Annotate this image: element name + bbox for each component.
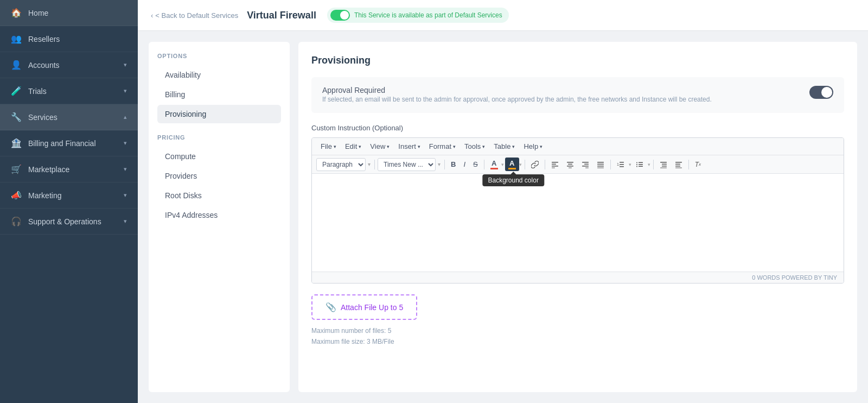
sidebar-item-services[interactable]: 🔧 Services ▴ [0,104,138,130]
menu-view[interactable]: View ▾ [366,140,394,153]
bg-color-button[interactable]: A [505,158,519,171]
nav-item-root-disks[interactable]: Root Disks [157,186,281,205]
font-select[interactable]: Times New ... Arial Verdana [378,158,436,171]
indent-left-button[interactable] [656,159,671,170]
svg-rect-27 [662,163,667,165]
svg-rect-26 [660,162,667,163]
chevron-down-icon: ▾ [124,140,127,147]
nav-item-providers[interactable]: Providers [157,167,281,185]
topbar: ‹ < Back to Default Services Virtual Fir… [138,0,868,31]
resellers-icon: 👥 [11,34,22,44]
font-color-group: A ▾ [487,158,504,171]
toolbar-separator-7 [653,160,654,169]
chevron-down-icon: ▾ [124,192,127,199]
svg-rect-29 [660,167,667,168]
menu-file[interactable]: File ▾ [316,140,341,153]
editor-footer: 0 WORDS POWERED BY TINY [312,272,844,283]
back-link[interactable]: ‹ < Back to Default Services [151,11,238,20]
menu-help[interactable]: Help ▾ [519,140,547,153]
main-area: ‹ < Back to Default Services Virtual Fir… [138,0,868,403]
nav-item-compute[interactable]: Compute [157,147,281,166]
svg-rect-5 [568,163,572,165]
unordered-list-button[interactable] [633,159,647,170]
back-arrow-icon: ‹ [151,11,153,20]
editor-content[interactable] [312,174,844,272]
svg-rect-9 [584,163,589,165]
svg-rect-2 [552,166,558,167]
svg-rect-8 [582,162,589,163]
indent-right-icon [675,161,682,168]
toolbar-separator [374,160,375,169]
rich-text-editor: File ▾ Edit ▾ View ▾ Insert ▾ Format ▾ T… [311,137,844,284]
attach-section: 📎 Attach File Up to 5 Maximum number of … [311,294,844,348]
svg-rect-4 [567,162,573,163]
svg-rect-10 [582,166,589,167]
align-left-icon [551,161,559,168]
align-justify-button[interactable] [593,159,608,170]
sidebar-item-label: Marketplace [28,165,124,174]
editor-toolbar: Paragraph Heading 1 Heading 2 ▾ Times Ne… [312,155,844,174]
unordered-list-icon [636,161,643,168]
approval-block: Approval Required If selected, an email … [311,77,844,113]
indent-right-button[interactable] [672,159,686,170]
svg-point-22 [636,166,637,167]
sidebar-item-trials[interactable]: 🧪 Trials ▾ [0,78,138,104]
align-center-button[interactable] [563,159,577,170]
chevron-down-icon: ▾ [124,61,127,68]
strikethrough-button[interactable]: S [470,159,481,170]
svg-rect-32 [675,166,680,167]
nav-item-ipv4[interactable]: IPv4 Addresses [157,206,281,224]
menu-tools[interactable]: Tools ▾ [460,140,489,153]
menu-table[interactable]: Table ▾ [489,140,519,153]
svg-rect-17 [620,162,624,163]
bg-color-group: A ▾ Background color [505,158,522,171]
content-area: OPTIONS Availability Billing Provisionin… [138,31,868,403]
svg-point-21 [636,164,637,165]
marketing-icon: 📣 [11,190,22,200]
italic-button[interactable]: I [460,159,469,170]
clear-format-button[interactable]: Tx [692,159,704,170]
link-button[interactable] [528,159,542,170]
sidebar-item-label: Home [28,9,127,17]
align-left-button[interactable] [548,159,562,170]
nav-item-availability[interactable]: Availability [157,66,281,84]
align-right-button[interactable] [578,159,592,170]
ordered-list-button[interactable]: 1. [614,159,628,170]
service-toggle-switch[interactable] [330,10,350,21]
sidebar-item-label: Trials [28,87,124,96]
sidebar-item-label: Resellers [28,35,127,43]
svg-rect-31 [675,163,680,165]
nav-item-provisioning[interactable]: Provisioning [157,105,281,123]
svg-rect-14 [597,166,604,167]
toolbar-separator-6 [610,160,611,169]
bold-button[interactable]: B [448,159,459,170]
sidebar-item-accounts[interactable]: 👤 Accounts ▾ [0,52,138,78]
svg-rect-3 [552,167,555,168]
sidebar-item-marketplace[interactable]: 🛒 Marketplace ▾ [0,156,138,182]
approval-toggle[interactable] [809,86,833,99]
sidebar-item-billing[interactable]: 🏦 Billing and Financial ▾ [0,130,138,156]
sidebar-item-support[interactable]: 🎧 Support & Operations ▾ [0,209,138,235]
font-color-button[interactable]: A [487,158,501,171]
attach-file-button[interactable]: 📎 Attach File Up to 5 [311,294,417,320]
paperclip-icon: 📎 [326,302,336,312]
menu-format[interactable]: Format ▾ [425,140,460,153]
chevron-down-icon: ▾ [124,218,127,225]
align-right-icon [582,161,589,168]
menu-insert[interactable]: Insert ▾ [394,140,425,153]
approval-title: Approval Required [322,86,801,95]
sidebar-item-home[interactable]: 🏠 Home [0,0,138,26]
menu-edit[interactable]: Edit ▾ [341,140,366,153]
svg-rect-19 [620,166,624,167]
service-toggle-pill[interactable]: This Service is available as part of Def… [327,8,509,23]
svg-rect-6 [567,166,573,167]
paragraph-select[interactable]: Paragraph Heading 1 Heading 2 [316,158,366,171]
nav-item-billing[interactable]: Billing [157,85,281,104]
chevron-up-icon: ▴ [124,114,127,121]
sidebar-item-label: Services [28,113,124,122]
sidebar-item-marketing[interactable]: 📣 Marketing ▾ [0,182,138,209]
chevron-down-icon: ▾ [124,87,127,95]
svg-rect-11 [585,167,589,168]
toolbar-separator-5 [545,160,545,169]
sidebar-item-resellers[interactable]: 👥 Resellers [0,26,138,52]
